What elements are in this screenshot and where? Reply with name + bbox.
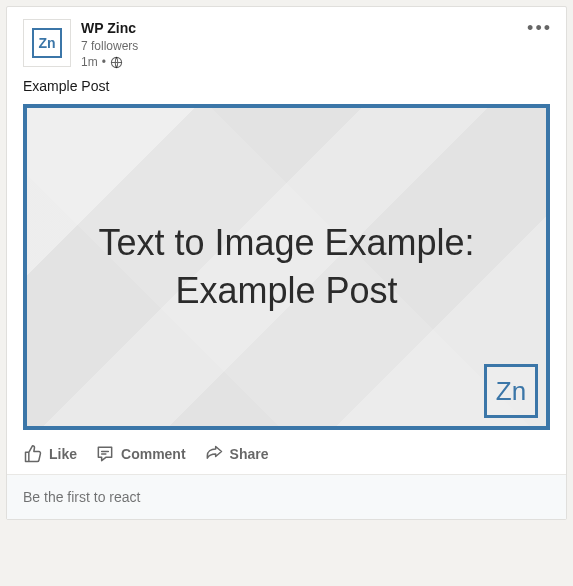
- post-image-text: Text to Image Example: Example Post: [88, 219, 484, 316]
- avatar-logo: Zn: [32, 28, 62, 58]
- post-timestamp-row: 1m •: [81, 54, 138, 70]
- author-meta: WP Zinc 7 followers 1m •: [81, 19, 138, 70]
- like-button[interactable]: Like: [23, 444, 77, 464]
- post-card: Zn WP Zinc 7 followers 1m • ••• Example …: [6, 6, 567, 520]
- separator-dot: •: [102, 54, 106, 70]
- like-label: Like: [49, 446, 77, 462]
- image-text-line2: Example Post: [175, 270, 397, 311]
- comment-icon: [95, 444, 115, 464]
- thumbs-up-icon: [23, 444, 43, 464]
- post-image[interactable]: Text to Image Example: Example Post Zn: [23, 104, 550, 430]
- author-name[interactable]: WP Zinc: [81, 19, 138, 38]
- author-avatar[interactable]: Zn: [23, 19, 71, 67]
- react-prompt-bar[interactable]: Be the first to react: [7, 474, 566, 519]
- share-button[interactable]: Share: [204, 444, 269, 464]
- share-icon: [204, 444, 224, 464]
- image-text-line1: Text to Image Example:: [98, 222, 474, 263]
- post-menu-button[interactable]: •••: [527, 19, 552, 37]
- comment-button[interactable]: Comment: [95, 444, 186, 464]
- post-timestamp: 1m: [81, 54, 98, 70]
- image-badge-logo: Zn: [484, 364, 538, 418]
- post-image-wrap: Text to Image Example: Example Post Zn: [7, 104, 566, 438]
- post-body-text: Example Post: [7, 74, 566, 104]
- globe-icon: [110, 56, 123, 69]
- author-followers: 7 followers: [81, 38, 138, 54]
- post-actions: Like Comment Share: [7, 438, 566, 474]
- post-header: Zn WP Zinc 7 followers 1m • •••: [7, 7, 566, 74]
- comment-label: Comment: [121, 446, 186, 462]
- share-label: Share: [230, 446, 269, 462]
